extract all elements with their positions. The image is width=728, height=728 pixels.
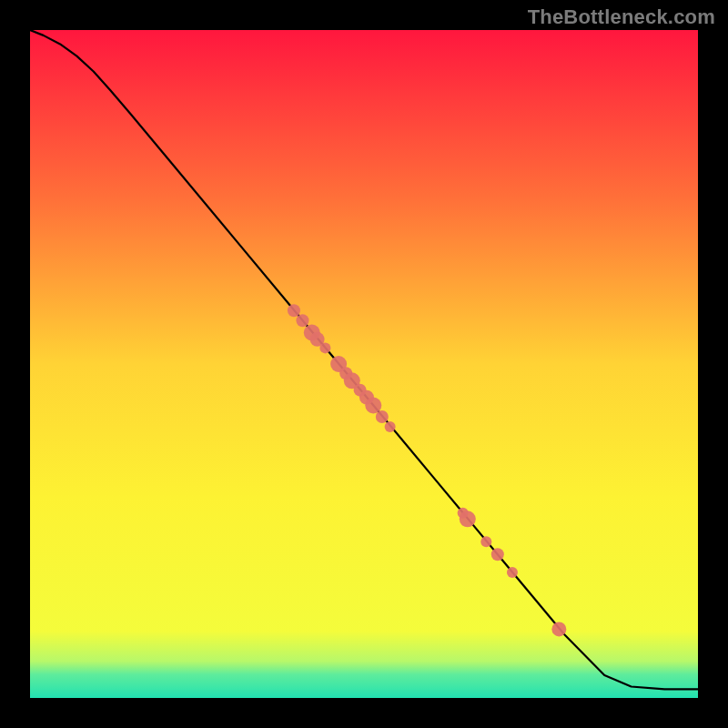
data-point [491, 548, 504, 561]
data-point [507, 567, 518, 578]
data-point [288, 304, 300, 317]
data-point [480, 536, 491, 547]
chart-canvas [30, 30, 698, 698]
gradient-background [30, 30, 698, 698]
data-point [376, 410, 389, 423]
data-point [296, 314, 308, 327]
data-point [551, 622, 566, 636]
data-point [385, 421, 396, 432]
plot-area [30, 30, 698, 698]
data-point [460, 511, 476, 527]
chart-frame: TheBottleneck.com [0, 0, 728, 728]
watermark-text: TheBottleneck.com [528, 5, 715, 29]
data-point [319, 342, 330, 353]
